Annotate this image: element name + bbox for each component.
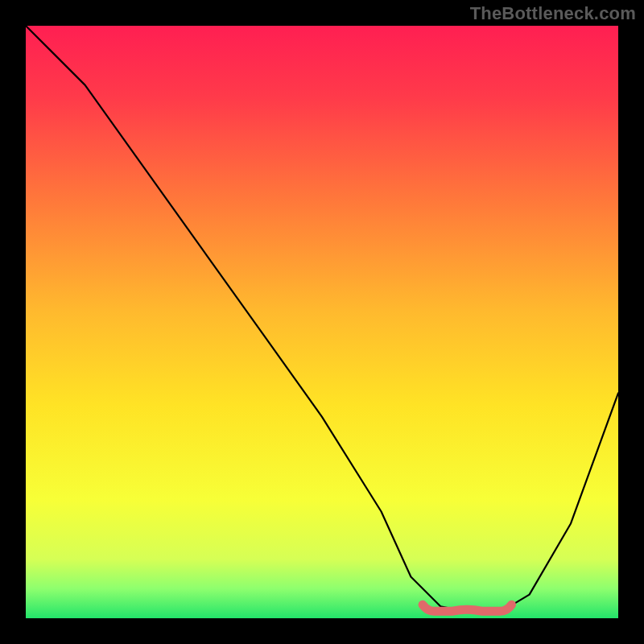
chart-background-gradient: [26, 26, 618, 618]
chart-svg: [26, 26, 618, 618]
chart-frame: TheBottleneck.com: [0, 0, 644, 644]
watermark-text: TheBottleneck.com: [470, 3, 636, 24]
chart-plot-area: [26, 26, 618, 618]
